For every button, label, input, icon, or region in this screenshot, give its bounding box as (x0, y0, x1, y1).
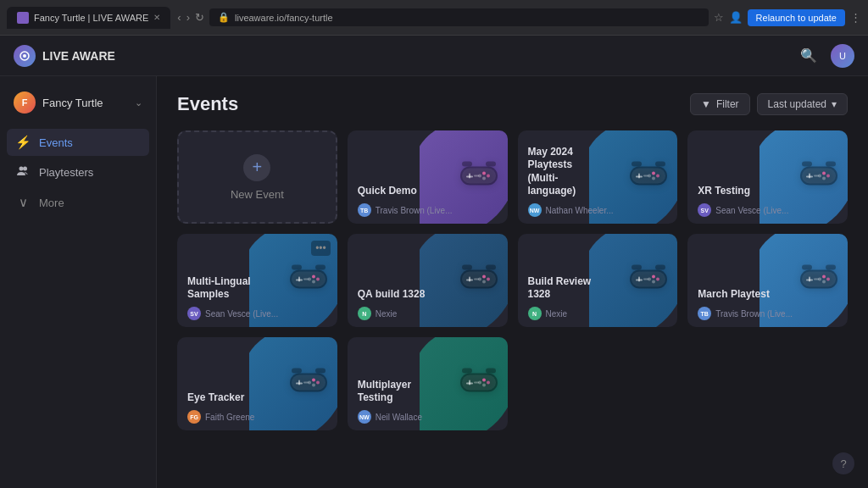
card-title: March Playtest (698, 288, 775, 302)
playtesters-icon (15, 165, 31, 180)
sidebar-item-playtesters[interactable]: Playtesters (7, 159, 149, 186)
app-logo-icon (14, 45, 36, 67)
user-name: Travis Brown (Live... (715, 309, 793, 319)
sort-chevron-icon: ▾ (832, 98, 837, 110)
user-name: Neil Wallace (376, 413, 422, 422)
user-avatar[interactable]: U (831, 44, 854, 68)
card-title: QA build 1328 (358, 288, 435, 302)
bookmark-icon[interactable]: ☆ (714, 11, 724, 24)
card-user: TB Travis Brown (Live... (358, 203, 498, 217)
card-content: Multiplayer Testing NW Neil Wallace (348, 370, 508, 430)
svg-rect-90 (292, 369, 302, 374)
card-user: TB Travis Brown (Live... (698, 307, 837, 320)
sidebar-item-more[interactable]: ∨ More (7, 189, 149, 216)
back-icon[interactable]: ‹ (177, 11, 181, 24)
card-title: May 2024 Playtests (Multi-language) (528, 146, 605, 198)
card-title: Multi-Lingual Samples (187, 275, 264, 302)
org-avatar: F (14, 92, 36, 114)
card-title: Quick Demo (358, 185, 435, 198)
event-card-multiplayer[interactable]: Multiplayer Testing NW Neil Wallace (348, 337, 508, 430)
card-content: March Playtest TB Travis Brown (Live... (687, 280, 848, 327)
event-card-xr-testing[interactable]: XR Testing SV Sean Vesce (Live... (687, 130, 848, 224)
user-name: Nathan Wheeler... (546, 206, 614, 215)
app-container: LIVE AWARE 🔍 U F Fancy Turtle ⌄ ⚡ Events (0, 36, 868, 488)
sort-select[interactable]: Last updated ▾ (757, 93, 848, 115)
org-chevron-icon: ⌄ (135, 97, 142, 108)
help-button[interactable]: ? (832, 452, 854, 474)
svg-rect-79 (802, 265, 812, 270)
new-event-card[interactable]: + New Event (177, 130, 337, 224)
extensions-icon[interactable]: ⋮ (850, 11, 861, 24)
card-title: Eye Tracker (187, 391, 264, 405)
main-layout: F Fancy Turtle ⌄ ⚡ Events Playtesters (0, 76, 868, 488)
page-title: Events (177, 93, 238, 115)
new-event-label: New Event (231, 188, 284, 201)
search-button[interactable]: 🔍 (797, 44, 821, 67)
browser-tab[interactable]: Fancy Turtle | LIVE AWARE ✕ (7, 7, 170, 29)
user-avatar-sm: N (528, 307, 542, 320)
browser-actions: ☆ 👤 (714, 11, 743, 24)
svg-point-74 (822, 275, 826, 279)
user-avatar-sm: FG (187, 410, 201, 424)
events-grid: + New Event Quick Demo TB Travis Brown (… (177, 130, 848, 430)
page-header: Events ▼ Filter Last updated ▾ (177, 93, 848, 115)
reload-icon[interactable]: ↻ (195, 11, 204, 24)
user-avatar-sm: TB (698, 307, 711, 320)
browser-chrome: Fancy Turtle | LIVE AWARE ✕ ‹ › ↻ 🔒 live… (0, 0, 868, 36)
event-card-quick-demo[interactable]: Quick Demo TB Travis Brown (Live... (348, 130, 508, 224)
new-event-plus-icon: + (243, 154, 270, 181)
event-card-may-2024[interactable]: May 2024 Playtests (Multi-language) NW N… (518, 130, 678, 224)
user-avatar-sm: NW (358, 410, 371, 424)
sidebar-more-label: More (39, 197, 64, 209)
card-title: Build Review 1328 (528, 275, 605, 302)
content-area: Events ▼ Filter Last updated ▾ + (157, 76, 868, 488)
sort-label: Last updated (768, 98, 826, 110)
svg-point-1 (23, 54, 26, 58)
event-card-qa-build[interactable]: QA build 1328 N Nexie (348, 234, 508, 327)
event-card-multi-lingual[interactable]: ••• Multi-Lingual Samples SV Sean Vesce … (177, 234, 337, 327)
card-content: Multi-Lingual Samples SV Sean Vesce (Liv… (177, 267, 337, 327)
org-name: Fancy Turtle (42, 97, 103, 109)
app-name: LIVE AWARE (42, 49, 115, 63)
card-user: NW Nathan Wheeler... (528, 203, 668, 217)
sidebar-item-events[interactable]: ⚡ Events (7, 129, 149, 156)
svg-rect-91 (315, 369, 326, 374)
user-name: Travis Brown (Live... (376, 206, 453, 215)
url-text: liveaware.io/fancy-turtle (235, 13, 333, 23)
svg-rect-80 (826, 265, 836, 270)
user-avatar-sm: SV (698, 203, 711, 217)
event-card-build-review[interactable]: Build Review 1328 N Nexie (518, 234, 678, 327)
sidebar-events-label: Events (39, 136, 73, 149)
card-content: Quick Demo TB Travis Brown (Live... (348, 176, 508, 224)
card-user: N Nexie (358, 307, 498, 320)
card-menu-button[interactable]: ••• (311, 241, 331, 256)
user-name: Faith Greene (205, 413, 254, 422)
svg-rect-36 (826, 162, 836, 167)
svg-rect-13 (462, 162, 472, 167)
app-logo: LIVE AWARE (14, 45, 115, 67)
address-bar[interactable]: 🔒 liveaware.io/fancy-turtle (209, 8, 709, 26)
chevron-down-icon: ∨ (15, 195, 31, 210)
profile-icon[interactable]: 👤 (729, 11, 743, 24)
svg-point-2 (19, 167, 24, 171)
event-card-march-playtest[interactable]: March Playtest TB Travis Brown (Live... (687, 234, 848, 327)
tab-close[interactable]: ✕ (153, 13, 160, 22)
svg-point-8 (482, 172, 486, 175)
card-user: N Nexie (528, 307, 668, 320)
card-content: QA build 1328 N Nexie (348, 280, 508, 327)
event-card-eye-tracker[interactable]: Eye Tracker FG Faith Greene (177, 337, 337, 430)
events-icon: ⚡ (15, 135, 31, 150)
org-selector[interactable]: F Fancy Turtle ⌄ (7, 86, 149, 119)
relaunch-button[interactable]: Relaunch to update (748, 9, 845, 26)
sidebar: F Fancy Turtle ⌄ ⚡ Events Playtesters (0, 76, 157, 488)
forward-icon[interactable]: › (186, 11, 190, 24)
card-user: SV Sean Vesce (Live... (698, 203, 837, 217)
svg-point-85 (312, 379, 315, 382)
user-avatar-sm: TB (358, 203, 371, 217)
filter-label: Filter (716, 98, 739, 110)
card-content: May 2024 Playtests (Multi-language) NW N… (518, 137, 678, 224)
user-avatar-sm: N (358, 307, 371, 320)
svg-point-52 (482, 275, 486, 279)
user-name: Nexie (546, 309, 568, 319)
filter-button[interactable]: ▼ Filter (690, 93, 750, 115)
